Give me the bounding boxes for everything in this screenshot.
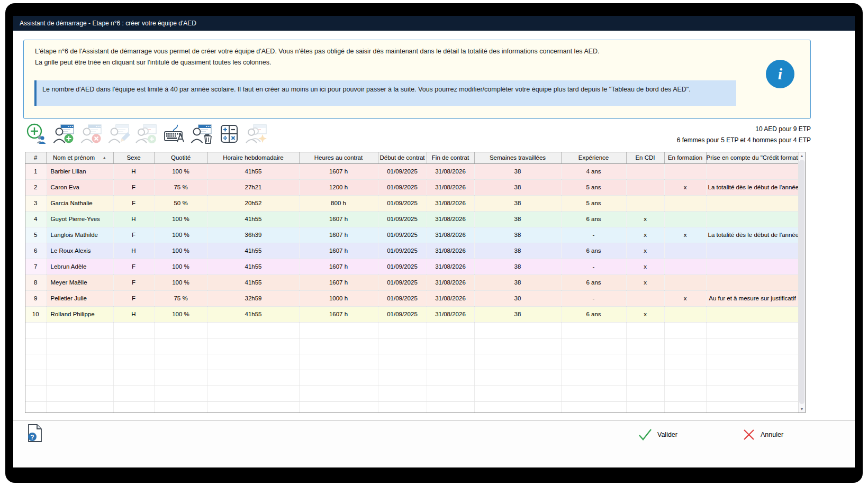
cell-name[interactable]: Garcia Nathalie (46, 195, 113, 211)
cell-hours[interactable]: 1607 h (299, 211, 378, 227)
empty-cell[interactable] (25, 354, 46, 370)
cell-name[interactable]: Meyer Maëlle (46, 274, 113, 290)
cell-start[interactable]: 01/09/2025 (378, 195, 427, 211)
cell-sex[interactable]: H (113, 243, 154, 259)
empty-row[interactable] (25, 322, 799, 338)
edit-aed-button[interactable] (107, 122, 130, 145)
scroll-up-icon[interactable]: ▲ (799, 152, 805, 159)
cell-start[interactable]: 01/09/2025 (378, 227, 427, 243)
cell-sex[interactable]: F (113, 179, 154, 195)
cell-end[interactable]: 31/08/2026 (427, 163, 474, 179)
cell-num[interactable]: 1 (25, 163, 46, 179)
cell-credit[interactable]: La totalité dès le début de l'année (706, 179, 799, 195)
cell-name[interactable]: Caron Eva (46, 179, 113, 195)
cell-sex[interactable]: F (113, 290, 154, 306)
empty-cell[interactable] (378, 354, 427, 370)
title-bar[interactable]: Assistant de démarrage - Etape n°6 : cré… (13, 16, 855, 31)
cell-pct[interactable]: 100 % (154, 243, 207, 259)
cell-end[interactable]: 31/08/2026 (427, 290, 474, 306)
cell-num[interactable]: 10 (25, 306, 46, 322)
cell-end[interactable]: 31/08/2026 (427, 211, 474, 227)
empty-cell[interactable] (207, 370, 299, 386)
empty-cell[interactable] (561, 354, 626, 370)
empty-cell[interactable] (561, 386, 626, 401)
empty-cell[interactable] (46, 322, 113, 338)
cell-hours[interactable]: 1607 h (299, 243, 378, 259)
empty-cell[interactable] (113, 370, 154, 386)
empty-cell[interactable] (299, 370, 378, 386)
column-header[interactable]: En CDI (626, 152, 664, 163)
cell-weekly[interactable]: 41h55 (207, 306, 299, 322)
cell-training[interactable] (664, 306, 706, 322)
cell-exp[interactable]: 4 ans (561, 163, 626, 179)
cell-weekly[interactable]: 41h55 (207, 163, 299, 179)
empty-cell[interactable] (664, 370, 706, 386)
empty-cell[interactable] (664, 386, 706, 401)
cell-weekly[interactable]: 27h21 (207, 179, 299, 195)
cell-training[interactable] (664, 243, 706, 259)
cell-num[interactable]: 2 (25, 179, 46, 195)
empty-cell[interactable] (113, 338, 154, 354)
cell-exp[interactable]: 5 ans (561, 179, 626, 195)
empty-cell[interactable] (561, 401, 626, 413)
cell-weekly[interactable]: 20h52 (207, 195, 299, 211)
cell-name[interactable]: Lebrun Adèle (46, 259, 113, 274)
empty-cell[interactable] (378, 338, 427, 354)
remove-aed-button[interactable] (80, 122, 103, 145)
column-header[interactable]: Heures au contrat (299, 152, 378, 163)
table-row[interactable]: 4Guyot Pierre-YvesH100 %41h551607 h01/09… (25, 211, 799, 227)
empty-row[interactable] (25, 354, 799, 370)
empty-cell[interactable] (474, 354, 561, 370)
empty-cell[interactable] (207, 322, 299, 338)
cell-cdi[interactable]: x (626, 227, 664, 243)
empty-cell[interactable] (154, 370, 207, 386)
cell-credit[interactable] (706, 274, 799, 290)
column-header[interactable]: Semaines travaillées (474, 152, 561, 163)
empty-cell[interactable] (626, 401, 664, 413)
column-header[interactable]: Nom et prénom▲ (46, 152, 113, 163)
cell-credit[interactable] (706, 259, 799, 274)
cell-sex[interactable]: H (113, 163, 154, 179)
cell-num[interactable]: 5 (25, 227, 46, 243)
cell-cdi[interactable]: x (626, 211, 664, 227)
column-header[interactable]: Sexe (113, 152, 154, 163)
empty-cell[interactable] (664, 338, 706, 354)
cell-training[interactable] (664, 195, 706, 211)
cell-credit[interactable] (706, 243, 799, 259)
add-aed-quick-button[interactable] (25, 122, 48, 145)
cell-cdi[interactable] (626, 163, 664, 179)
cell-training[interactable]: x (664, 227, 706, 243)
empty-cell[interactable] (427, 401, 474, 413)
empty-cell[interactable] (25, 338, 46, 354)
cell-name[interactable]: Langlois Mathilde (46, 227, 113, 243)
cell-sex[interactable]: F (113, 195, 154, 211)
cell-cdi[interactable]: x (626, 259, 664, 274)
empty-cell[interactable] (207, 354, 299, 370)
cell-end[interactable]: 31/08/2026 (427, 227, 474, 243)
cell-sex[interactable]: F (113, 227, 154, 243)
empty-row[interactable] (25, 386, 799, 401)
column-header[interactable]: Fin de contrat (427, 152, 474, 163)
table-row[interactable]: 6Le Roux AlexisH100 %41h551607 h01/09/20… (25, 243, 799, 259)
empty-cell[interactable] (299, 401, 378, 413)
empty-cell[interactable] (664, 354, 706, 370)
cell-weekly[interactable]: 41h55 (207, 274, 299, 290)
empty-cell[interactable] (299, 386, 378, 401)
cell-start[interactable]: 01/09/2025 (378, 179, 427, 195)
empty-cell[interactable] (626, 322, 664, 338)
cell-weekly[interactable]: 41h55 (207, 259, 299, 274)
vertical-scrollbar[interactable]: ▲ ▼ (798, 152, 805, 412)
cell-hours[interactable]: 1000 h (299, 290, 378, 306)
cell-weekly[interactable]: 41h55 (207, 243, 299, 259)
cell-training[interactable] (664, 211, 706, 227)
cell-exp[interactable]: 6 ans (561, 306, 626, 322)
empty-cell[interactable] (378, 370, 427, 386)
cell-exp[interactable]: 6 ans (561, 274, 626, 290)
cell-end[interactable]: 31/08/2026 (427, 195, 474, 211)
column-header[interactable]: En formation (664, 152, 706, 163)
empty-cell[interactable] (474, 401, 561, 413)
empty-row[interactable] (25, 338, 799, 354)
cell-num[interactable]: 7 (25, 259, 46, 274)
valider-button[interactable]: Valider (638, 428, 677, 441)
cell-sex[interactable]: H (113, 306, 154, 322)
